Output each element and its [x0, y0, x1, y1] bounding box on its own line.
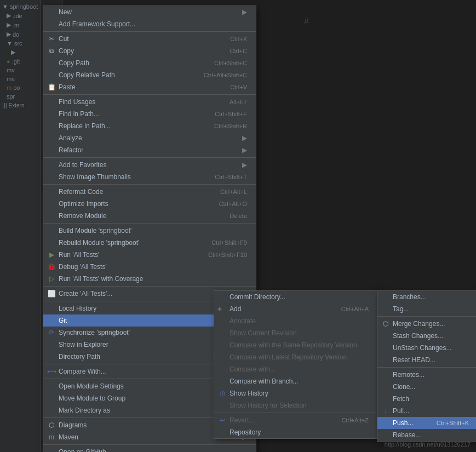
merge-icon: ⬡ [381, 320, 391, 328]
maven-icon: m [47, 433, 56, 441]
menu-shortcut-copypath: Ctrl+Shift+C [214, 60, 247, 66]
menu-item-rebuild[interactable]: Rebuild Module 'springboot' Ctrl+Shift+F… [43, 237, 256, 249]
git-item-historysel[interactable]: Show History for Selection [214, 399, 377, 411]
git-item-currentrev[interactable]: Show Current Revision [214, 327, 377, 339]
git-label-showhistory: Show History [230, 390, 369, 397]
cut-icon: ✂ [47, 35, 56, 43]
revert-icon: ↩ [217, 416, 227, 424]
menu-item-run[interactable]: ▶ Run 'All Tests' Ctrl+Shift+F10 [43, 249, 256, 261]
branch-item-branches[interactable]: Branches... [377, 291, 476, 303]
menu-label-rebuild: Rebuild Module 'springboot' [59, 239, 200, 247]
menu-item-copy[interactable]: ⧉ Copy Ctrl+C [43, 45, 256, 57]
branch-item-stash[interactable]: Stash Changes... [377, 330, 476, 342]
pull-icon: ↓ [381, 407, 391, 415]
branch-label-pull: Pull... [393, 407, 469, 415]
git-label-annotate: Annotate [230, 317, 369, 325]
menu-item-findusages[interactable]: Find Usages Alt+F7 [43, 96, 256, 108]
menu-item-analyze[interactable]: Analyze ▶ [43, 132, 256, 144]
git-label-historysel: Show History for Selection [230, 402, 369, 409]
branch-label-stash: Stash Changes... [393, 332, 469, 340]
branch-shortcut-push: Ctrl+Shift+K [437, 420, 469, 426]
git-label-commit: Commit Directory... [230, 293, 369, 301]
menu-item-optimize[interactable]: Optimize Imports Ctrl+Alt+O [43, 198, 256, 210]
git-label-revert: Revert... [230, 416, 330, 424]
menu-label-run: Run 'All Tests' [59, 251, 197, 259]
menu-item-paste[interactable]: 📋 Paste Ctrl+V [43, 81, 256, 93]
menu-shortcut-copyrelpath: Ctrl+Alt+Shift+C [204, 72, 247, 78]
git-item-annotate[interactable]: Annotate [214, 315, 377, 327]
menu-item-removemodule[interactable]: Remove Module Delete [43, 210, 256, 222]
menu-shortcut-optimize: Ctrl+Alt+O [219, 201, 247, 207]
menu-label-analyze: Analyze [59, 134, 240, 142]
menu-label-diagrams: Diagrams [59, 421, 240, 429]
branch-item-push[interactable]: ↑ Push... Ctrl+Shift+K [377, 417, 476, 429]
plus-icon: + [217, 305, 222, 313]
menu-item-favorites[interactable]: Add to Favorites ▶ [43, 159, 256, 171]
watermark-text: http://blog.csdn.net/u013126217 [385, 441, 471, 448]
menu-item-framework[interactable]: Add Framework Support... [43, 18, 256, 30]
menu-label-findusages: Find Usages [59, 98, 219, 106]
branch-item-clone[interactable]: Clone... [377, 381, 476, 393]
git-item-add[interactable]: + Add Ctrl+Alt+A [214, 303, 377, 315]
menu-item-new[interactable]: New ▶ [43, 6, 256, 18]
menu-label-localhistory: Local History [59, 305, 240, 312]
menu-shortcut-paste: Ctrl+V [230, 84, 247, 90]
menu-label-modulesettings: Open Module Settings [59, 382, 229, 390]
menu-shortcut-findusages: Alt+F7 [230, 99, 247, 105]
menu-item-reformat[interactable]: Reformat Code Ctrl+Alt+L [43, 186, 256, 198]
branch-label-clone: Clone... [393, 383, 469, 391]
menu-arrow-new: ▶ [242, 8, 247, 16]
menu-item-findinpath[interactable]: Find in Path... Ctrl+Shift+F [43, 108, 256, 120]
branch-label-remotes: Remotes... [393, 371, 469, 379]
menu-label-git: Git [59, 317, 240, 324]
branch-label-merge: Merge Changes... [393, 320, 469, 328]
menu-label-github: Open on GitHub [59, 448, 247, 452]
menu-item-copyrelpath[interactable]: Copy Relative Path Ctrl+Alt+Shift+C [43, 69, 256, 81]
menu-item-github[interactable]: Open on GitHub [43, 446, 256, 452]
menu-label-findinpath: Find in Path... [59, 110, 204, 118]
branch-sep-1 [377, 316, 476, 317]
git-item-repository[interactable]: Repository [214, 426, 377, 438]
menu-item-build[interactable]: Build Module 'springboot' [43, 225, 256, 237]
branch-label-unstash: UnStash Changes... [393, 344, 469, 352]
git-item-comparebranch[interactable]: Compare with Branch... [214, 375, 377, 387]
menu-shortcut-thumbnails: Ctrl+Shift+T [215, 174, 247, 180]
branch-item-unstash[interactable]: UnStash Changes... [377, 342, 476, 354]
paste-icon: 📋 [47, 83, 56, 91]
branch-item-merge[interactable]: ⬡ Merge Changes... [377, 318, 476, 330]
branch-item-pull[interactable]: ↓ Pull... [377, 405, 476, 417]
git-item-comparelatest[interactable]: Compare with Latest Repository Version [214, 351, 377, 363]
menu-label-thumbnails: Show Image Thumbnails [59, 173, 204, 181]
menu-label-maven: Maven [59, 433, 240, 441]
menu-item-debug[interactable]: 🐞 Debug 'All Tests' [43, 261, 256, 273]
branch-item-tag[interactable]: Tag... [377, 303, 476, 315]
menu-item-cut[interactable]: ✂ Cut Ctrl+X [43, 33, 256, 45]
menu-item-refactor[interactable]: Refactor ▶ [43, 144, 256, 156]
menu-label-paste: Paste [59, 83, 219, 91]
git-item-revert[interactable]: ↩ Revert... Ctrl+Alt+Z [214, 414, 377, 426]
git-item-commit[interactable]: Commit Directory... [214, 291, 377, 303]
git-item-comparesame[interactable]: Compare with the Same Repository Version [214, 339, 377, 351]
menu-item-coverage[interactable]: ▷ Run 'All Tests' with Coverage [43, 273, 256, 285]
branch-item-resethead[interactable]: Reset HEAD... [377, 354, 476, 366]
branch-item-fetch[interactable]: Fetch [377, 393, 476, 405]
menu-label-copyrelpath: Copy Relative Path [59, 71, 193, 79]
menu-shortcut-removemodule: Delete [230, 213, 247, 219]
git-item-showhistory[interactable]: ◷ Show History [214, 387, 377, 399]
branch-sep-2 [377, 367, 476, 368]
menu-shortcut-findinpath: Ctrl+Shift+F [215, 111, 247, 117]
branch-label-fetch: Fetch [393, 395, 469, 403]
git-label-comparewith: Compare with... [230, 365, 369, 373]
menu-shortcut-cut: Ctrl+X [230, 36, 247, 42]
branch-item-rebase[interactable]: Rebase... [377, 429, 476, 441]
menu-label-movemodule: Move Module to Group [59, 394, 240, 402]
menu-item-replaceinpath[interactable]: Replace in Path... Ctrl+Shift+R [43, 120, 256, 132]
git-item-comparewith[interactable]: Compare with... [214, 363, 377, 375]
menu-item-copypath[interactable]: Copy Path Ctrl+Shift+C [43, 57, 256, 69]
watermark: http://blog.csdn.net/u013126217 [385, 441, 471, 448]
git-label-currentrev: Show Current Revision [230, 329, 369, 337]
git-label-add: Add [230, 305, 330, 313]
branch-item-remotes[interactable]: Remotes... [377, 369, 476, 381]
run-icon: ▶ [47, 251, 56, 259]
menu-item-thumbnails[interactable]: Show Image Thumbnails Ctrl+Shift+T [43, 171, 256, 183]
